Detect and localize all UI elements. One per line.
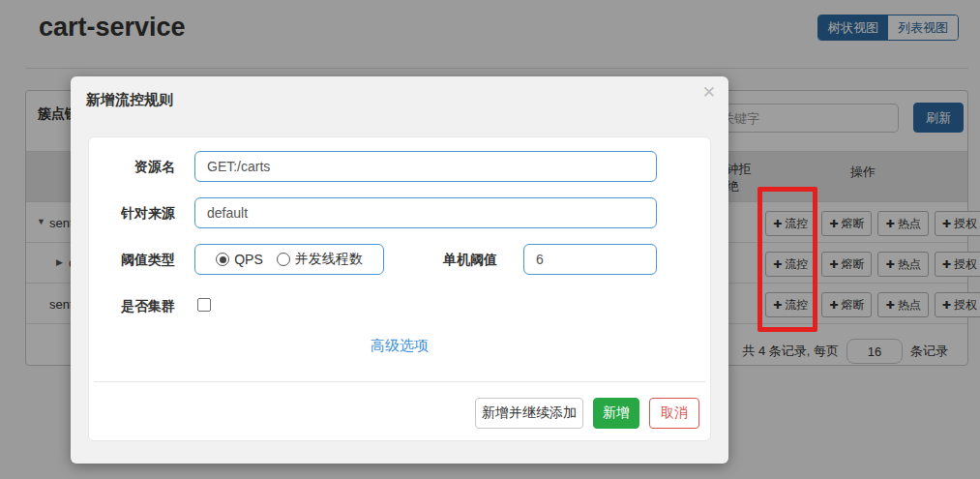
advanced-options-link[interactable]: 高级选项 (89, 337, 710, 355)
dialog-form: 资源名 针对来源 阈值类型 QPS 并发线程数 单机阈值 是否集群 高级选项 (88, 136, 711, 441)
dialog-title: 新增流控规则 (86, 91, 173, 109)
app-window: cart-service 树状视图 列表视图 簇点链路 刷新 分钟拒绝 操作 ▼… (0, 0, 980, 479)
single-threshold-input[interactable] (523, 244, 657, 275)
threshold-type-label: 阈值类型 (89, 252, 175, 269)
add-and-continue-button[interactable]: 新增并继续添加 (475, 398, 583, 429)
radio-unselected-icon (277, 253, 290, 266)
add-flow-rule-dialog: 新增流控规则 ✕ 资源名 针对来源 阈值类型 QPS 并发线程数 单机阈值 是否… (71, 76, 728, 464)
close-icon[interactable]: ✕ (702, 82, 716, 103)
qps-radio[interactable]: QPS (216, 252, 263, 267)
origin-input[interactable] (194, 197, 657, 228)
origin-label: 针对来源 (89, 205, 175, 223)
cluster-label: 是否集群 (89, 298, 175, 315)
resource-input[interactable] (194, 151, 657, 182)
threshold-type-group: QPS 并发线程数 (194, 244, 384, 275)
radio-selected-icon (216, 253, 229, 266)
add-button[interactable]: 新增 (593, 398, 639, 429)
single-threshold-label: 单机阈值 (427, 252, 497, 269)
cancel-button[interactable]: 取消 (649, 398, 699, 429)
cluster-checkbox[interactable] (197, 298, 211, 312)
footer-divider (94, 381, 705, 382)
thread-count-radio[interactable]: 并发线程数 (277, 251, 363, 268)
resource-label: 资源名 (89, 159, 175, 176)
